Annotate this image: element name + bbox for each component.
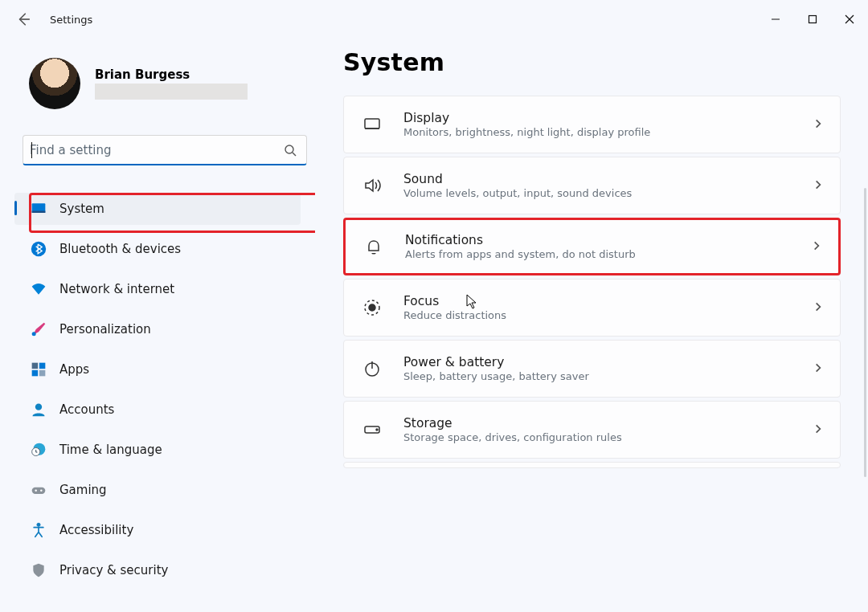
row-sound[interactable]: Sound Volume levels, output, input, soun… xyxy=(343,157,841,214)
sidebar-item-label: Time & language xyxy=(59,443,162,457)
window-controls xyxy=(757,6,868,32)
sidebar-item-label: Privacy & security xyxy=(59,563,168,577)
row-sub: Volume levels, output, input, sound devi… xyxy=(403,187,792,199)
scrollbar[interactable] xyxy=(864,188,866,477)
paintbrush-icon xyxy=(31,321,47,337)
svg-rect-13 xyxy=(32,370,39,377)
sidebar: Brian Burgess Sy xyxy=(0,47,315,612)
row-partial xyxy=(343,462,841,468)
row-power-battery[interactable]: Power & battery Sleep, battery usage, ba… xyxy=(343,340,841,398)
svg-rect-11 xyxy=(32,363,39,369)
svg-rect-12 xyxy=(39,363,46,369)
chevron-right-icon xyxy=(813,178,824,194)
bell-icon xyxy=(363,236,384,257)
titlebar-left: Settings xyxy=(16,12,92,27)
close-button[interactable] xyxy=(831,6,868,32)
sidebar-item-personalization[interactable]: Personalization xyxy=(14,313,301,345)
sidebar-item-apps[interactable]: Apps xyxy=(14,353,301,386)
search-box[interactable] xyxy=(23,135,307,165)
sidebar-item-label: Bluetooth & devices xyxy=(59,242,181,256)
maximize-button[interactable] xyxy=(794,6,831,32)
row-storage[interactable]: Storage Storage space, drives, configura… xyxy=(343,401,841,459)
row-title: Power & battery xyxy=(403,355,792,369)
sidebar-item-label: Personalization xyxy=(59,322,151,337)
row-sub: Reduce distractions xyxy=(403,309,792,321)
window-title: Settings xyxy=(50,14,92,26)
main-panel: System Display Monitors, brightness, nig… xyxy=(315,47,868,612)
row-title: Display xyxy=(403,111,792,125)
display-icon xyxy=(362,114,383,135)
search-input[interactable] xyxy=(30,143,277,157)
sidebar-item-label: Accessibility xyxy=(59,523,133,537)
sidebar-item-gaming[interactable]: Gaming xyxy=(14,474,301,506)
sidebar-item-label: Apps xyxy=(59,362,89,377)
sound-icon xyxy=(362,175,383,196)
svg-rect-8 xyxy=(32,211,46,214)
search-icon xyxy=(284,144,297,157)
chevron-right-icon xyxy=(813,361,824,377)
person-icon xyxy=(31,402,47,418)
apps-icon xyxy=(31,361,47,377)
profile-text: Brian Burgess xyxy=(95,67,248,100)
avatar xyxy=(29,58,80,109)
minimize-button[interactable] xyxy=(757,6,794,32)
sidebar-item-label: Accounts xyxy=(59,402,114,417)
focus-icon xyxy=(362,297,383,318)
text-caret xyxy=(31,142,32,158)
sidebar-item-label: System xyxy=(59,202,104,216)
shield-icon xyxy=(31,562,47,578)
page-title: System xyxy=(343,48,841,76)
svg-point-29 xyxy=(376,429,378,430)
accessibility-icon xyxy=(31,522,47,538)
sidebar-item-system[interactable]: System xyxy=(14,193,301,225)
chevron-right-icon xyxy=(813,422,824,438)
power-icon xyxy=(362,358,383,379)
svg-point-20 xyxy=(40,490,43,492)
row-sub: Storage space, drives, configuration rul… xyxy=(403,431,792,443)
sidebar-item-accounts[interactable]: Accounts xyxy=(14,394,301,426)
row-sub: Sleep, battery usage, battery saver xyxy=(403,370,792,382)
svg-rect-2 xyxy=(809,16,817,23)
svg-line-6 xyxy=(293,153,296,156)
svg-point-5 xyxy=(285,145,293,153)
profile-email-redacted xyxy=(95,84,248,100)
chevron-right-icon xyxy=(813,117,824,133)
titlebar: Settings xyxy=(0,0,868,39)
sidebar-item-time-language[interactable]: Time & language xyxy=(14,434,301,466)
row-sub: Monitors, brightness, night light, displ… xyxy=(403,126,792,138)
chevron-right-icon xyxy=(811,239,822,255)
row-display[interactable]: Display Monitors, brightness, night ligh… xyxy=(343,96,841,153)
sidebar-item-bluetooth[interactable]: Bluetooth & devices xyxy=(14,233,301,265)
row-title: Focus xyxy=(403,294,792,308)
row-focus[interactable]: Focus Reduce distractions xyxy=(343,279,841,337)
sidebar-item-network[interactable]: Network & internet xyxy=(14,273,301,305)
wifi-icon xyxy=(31,281,47,297)
svg-point-15 xyxy=(35,404,42,410)
row-title: Notifications xyxy=(405,233,790,247)
row-sub: Alerts from apps and system, do not dist… xyxy=(405,248,790,260)
sidebar-item-privacy[interactable]: Privacy & security xyxy=(14,554,301,586)
sidebar-item-accessibility[interactable]: Accessibility xyxy=(14,514,301,546)
back-button[interactable] xyxy=(16,12,31,27)
svg-point-25 xyxy=(369,304,375,311)
row-title: Sound xyxy=(403,172,792,186)
settings-list: Display Monitors, brightness, night ligh… xyxy=(343,96,841,468)
monitor-icon xyxy=(31,201,47,217)
svg-rect-22 xyxy=(365,119,379,129)
sidebar-item-label: Gaming xyxy=(59,483,107,497)
bluetooth-icon xyxy=(31,241,47,257)
chevron-right-icon xyxy=(813,300,824,316)
svg-point-10 xyxy=(32,332,36,336)
profile-name: Brian Burgess xyxy=(95,67,248,82)
profile-block[interactable]: Brian Burgess xyxy=(0,53,315,124)
row-notifications[interactable]: Notifications Alerts from apps and syste… xyxy=(343,218,841,275)
svg-rect-14 xyxy=(39,370,46,377)
svg-point-19 xyxy=(35,490,37,492)
globe-clock-icon xyxy=(31,442,47,458)
svg-rect-18 xyxy=(32,488,46,494)
storage-icon xyxy=(362,419,383,440)
row-title: Storage xyxy=(403,416,792,430)
sidebar-item-label: Network & internet xyxy=(59,282,174,296)
svg-point-21 xyxy=(37,523,40,526)
gamepad-icon xyxy=(31,482,47,498)
